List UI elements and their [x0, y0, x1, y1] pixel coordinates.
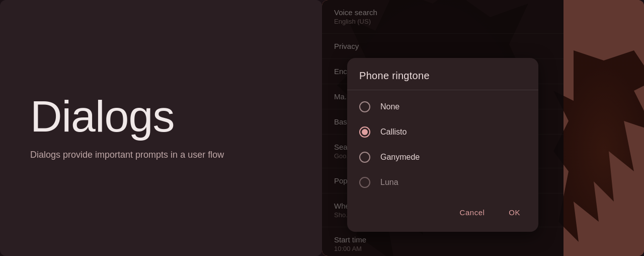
option-ganymede-label: Ganymede [380, 153, 420, 162]
ok-button[interactable]: OK [499, 203, 530, 222]
option-none[interactable]: None [347, 94, 538, 119]
dialog-title: Phone ringtone [347, 70, 538, 90]
radio-luna[interactable] [359, 177, 370, 188]
left-panel: Dialogs Dialogs provide important prompt… [0, 0, 322, 256]
phone-ringtone-dialog: Phone ringtone None Callisto Ganymede [347, 58, 538, 232]
dialog-options: None Callisto Ganymede Luna [347, 90, 538, 199]
radio-none[interactable] [359, 101, 370, 112]
right-panel: Voice search English (US) Privacy Encryp… [322, 0, 644, 256]
option-callisto[interactable]: Callisto [347, 119, 538, 145]
radio-callisto[interactable] [359, 126, 370, 138]
option-none-label: None [380, 102, 399, 111]
option-luna-label: Luna [380, 178, 398, 187]
page-subtitle: Dialogs provide important prompts in a u… [30, 149, 292, 161]
radio-ganymede[interactable] [359, 152, 370, 163]
page-title: Dialogs [30, 94, 292, 139]
option-luna[interactable]: Luna [347, 170, 538, 195]
option-callisto-label: Callisto [380, 127, 407, 137]
dialog-actions: Cancel OK [347, 199, 538, 224]
option-ganymede[interactable]: Ganymede [347, 145, 538, 170]
dialog-overlay: Phone ringtone None Callisto Ganymede [322, 0, 644, 256]
cancel-button[interactable]: Cancel [450, 203, 495, 222]
